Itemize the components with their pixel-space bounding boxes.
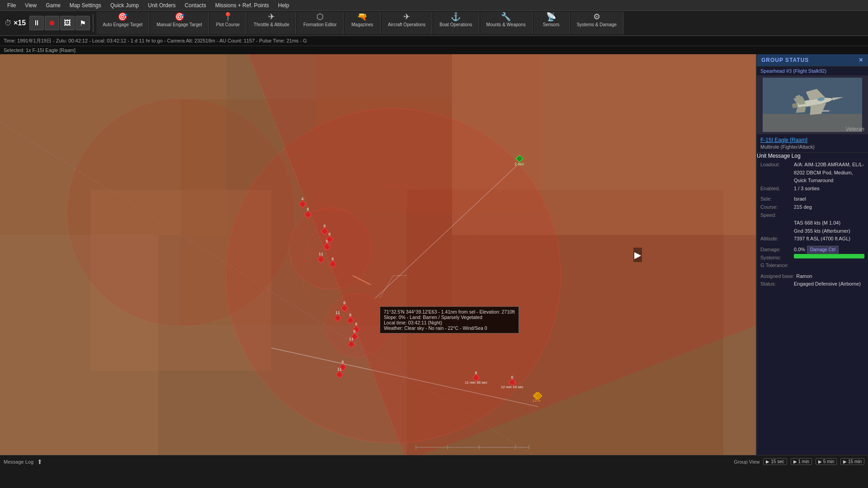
assigned-val: Ramon xyxy=(796,272,812,281)
detail-enabled: Enabled, 1 / 3 sorties xyxy=(760,185,864,193)
message-log-label: Message Log xyxy=(4,459,33,465)
detail-course: Course: 215 deg xyxy=(760,203,864,211)
arc-marker-1: ⌒ xyxy=(108,162,116,173)
status-val: Engaged Defensive (Airborne) xyxy=(794,280,861,288)
boat-ops-label: Boat Operations xyxy=(439,22,472,27)
playback-15min[interactable]: ▶ 15 min xyxy=(840,458,864,465)
playback-1min[interactable]: ▶ 1 min xyxy=(791,458,812,465)
side-label: Side: xyxy=(760,195,792,203)
msg-log-button[interactable]: Unit Message Log xyxy=(757,153,868,159)
unit-br-4 xyxy=(536,393,541,399)
detail-speed: Speed: xyxy=(760,211,864,220)
arc-marker-2: ⌒ xyxy=(120,228,128,239)
tab-throttle-altitude[interactable]: ✈ Throttle & Altitude xyxy=(247,12,296,34)
boat-ops-icon: ⚓ xyxy=(451,12,461,22)
pause-button[interactable]: ⏸ xyxy=(29,16,44,30)
tab-sensors[interactable]: 📡 Sensors xyxy=(533,12,570,34)
tab-auto-engage[interactable]: 🎯 Auto Engage Target xyxy=(96,12,149,34)
systems-bar xyxy=(794,254,864,258)
g-tol-label: G Tolerance: xyxy=(760,262,792,270)
aircraft-ops-label: Aircraft Operations xyxy=(388,22,425,27)
unit-6c: 6 xyxy=(327,232,332,242)
assigned-label: Assigned base: xyxy=(760,272,794,281)
toolbar: ⏱ ×15 ⏸ ⏺ 🖼 ⚑ 🎯 Auto Engage Target 🎯 Man… xyxy=(0,11,868,36)
tab-mounts-weapons[interactable]: 🔧 Mounts & Weapons xyxy=(480,12,533,34)
group-status-header: GROUP STATUS ✕ xyxy=(757,54,868,66)
detail-damage: Damage: 0.0% Damage Ctrl xyxy=(760,246,864,254)
group-view-label: Group View xyxy=(734,459,760,465)
arc-marker-6: ⌒ xyxy=(307,359,314,369)
tab-plot-course[interactable]: 📍 Plot Course xyxy=(210,12,246,34)
detail-g-tol: G Tolerance: xyxy=(760,262,864,270)
aircraft-ops-icon: ✈ xyxy=(403,12,410,22)
formation-label: Formation Editor xyxy=(303,22,337,27)
svg-rect-11 xyxy=(819,110,829,112)
status-bar: Time: 1991年1月19日 - Zulu: 00:42:12 - Loca… xyxy=(0,36,868,46)
side-val: Israel xyxy=(794,195,806,203)
systems-icon: ⚙ xyxy=(593,12,600,22)
alt-label: Altitude: xyxy=(760,235,792,243)
menu-quick-jump[interactable]: Quick Jump xyxy=(107,1,142,9)
svg-rect-9 xyxy=(792,103,798,108)
menu-map-settings[interactable]: Map Settings xyxy=(66,1,105,9)
nav-arrow[interactable]: ▶ xyxy=(633,248,642,262)
record-button[interactable]: ⏺ xyxy=(45,16,59,30)
playback-5min[interactable]: ▶ 5 min xyxy=(816,458,837,465)
unit-friendly-1: 2 sec xyxy=(514,156,524,166)
menu-file[interactable]: File xyxy=(4,1,19,9)
main-area: CAP-TF K/S M-TF K/S Ar Ru ✕ ✕ Ramon Rest… xyxy=(0,54,868,455)
gnd-val: Gnd 355 kts (Afterburner) xyxy=(794,227,850,235)
damage-ctrl-button[interactable]: Damage Ctrl xyxy=(807,246,839,253)
scale-21: 21 xyxy=(609,438,613,442)
alt-val: 7397 ft ASL (4700 ft AGL) xyxy=(794,235,850,243)
tab-formation-editor[interactable]: ⬡ Formation Editor xyxy=(297,12,344,34)
tab-aircraft-ops[interactable]: ✈ Aircraft Operations xyxy=(382,12,432,34)
magazines-icon: 🔫 xyxy=(357,12,367,22)
selected-label: Selected: xyxy=(4,47,24,53)
veteran-badge: Veteran xyxy=(845,126,864,132)
tooltip-slope: Slope: 0% - Land: Barren / Sparsely Vege… xyxy=(384,314,515,320)
unit-6f: 6 xyxy=(348,313,353,323)
plane-name-link[interactable]: F-15I Eagle [Raam] xyxy=(760,137,864,143)
radar-tooltip-1: Ramon Rest C (P-12) (Radar, Air Search, … xyxy=(262,193,383,199)
magazines-label: Magazines xyxy=(351,22,373,27)
enabled-val: 1 / 3 sorties xyxy=(794,185,820,193)
loadout-label: Loadout: xyxy=(760,161,792,185)
upload-icon[interactable]: ⬆ xyxy=(37,458,42,465)
unit-image: Veteran xyxy=(757,75,868,134)
tooltip-weather: Weather: Clear sky - No rain - 22°C - Wi… xyxy=(384,325,515,331)
playback-15sec[interactable]: ▶ 15 sec xyxy=(763,458,787,465)
radar-tooltip-4: (P-12) (Radar, Air Search, 2D Medium-Ran… xyxy=(289,359,381,365)
menu-missions[interactable]: Missions + Ref. Points xyxy=(212,1,273,9)
menu-unit-orders[interactable]: Unit Orders xyxy=(144,1,179,9)
time-36sec: 36 sec xyxy=(336,265,350,271)
enabled-label: Enabled, xyxy=(760,185,792,193)
detail-status: Status: Engaged Defensive (Airborne) xyxy=(760,280,864,288)
tab-manual-engage[interactable]: 🎯 Manual Engage Target xyxy=(150,12,208,34)
scale-11: 11 xyxy=(595,438,600,442)
menu-view[interactable]: View xyxy=(21,1,40,9)
auto-engage-icon: 🎯 xyxy=(118,12,127,22)
flag-button[interactable]: ⚑ xyxy=(75,16,90,30)
tas-val: TAS 668 kts (M 1.04) xyxy=(794,219,840,227)
arc-marker-3: ⌒ xyxy=(168,162,175,171)
camera-button[interactable]: 🖼 xyxy=(60,16,75,30)
a-label-2: A xyxy=(307,371,311,375)
menu-help[interactable]: Help xyxy=(274,1,293,9)
menu-contacts[interactable]: Contacts xyxy=(181,1,210,9)
tab-magazines[interactable]: 🔫 Magazines xyxy=(344,12,381,34)
x-marker-2: ✕ xyxy=(145,348,151,357)
menu-bar: File View Game Map Settings Quick Jump U… xyxy=(0,0,868,11)
tooltip-local-time: Local time: 03:42:11 (Night) xyxy=(384,320,515,325)
unit-6e: 6 xyxy=(342,300,347,311)
spearhead-deg: 216 deg xyxy=(374,300,402,305)
close-icon[interactable]: ✕ xyxy=(859,57,863,63)
loadout-val: A/A: AIM-120B AMRAAM, EL/L-8202 DBCM Pod… xyxy=(794,161,864,185)
cap-label: CAP-TF K/S xyxy=(176,124,204,130)
tab-systems-damage[interactable]: ⚙ Systems & Damage xyxy=(571,12,623,34)
damage-label: Damage: xyxy=(760,246,792,254)
map-area[interactable]: CAP-TF K/S M-TF K/S Ar Ru ✕ ✕ Ramon Rest… xyxy=(0,54,756,455)
menu-game[interactable]: Game xyxy=(42,1,64,9)
tab-boat-ops[interactable]: ⚓ Boat Operations xyxy=(433,12,479,34)
unit-6i: 6 xyxy=(340,360,345,370)
